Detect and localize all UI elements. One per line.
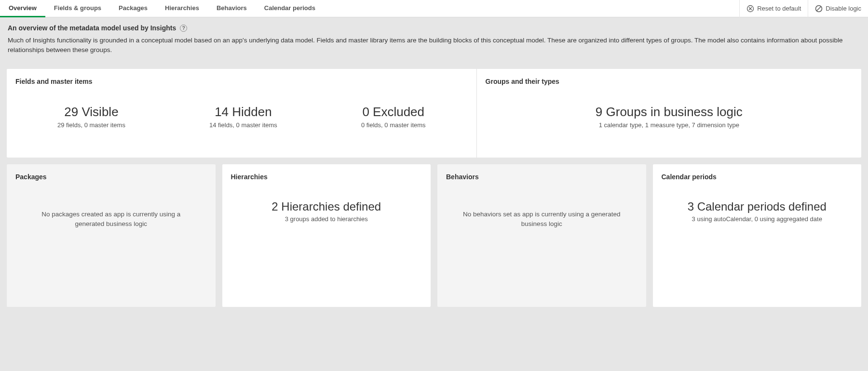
cards-row-1: Fields and master items 29 Visible 29 fi…	[7, 69, 861, 158]
tab-calendar-periods[interactable]: Calendar periods	[256, 0, 324, 17]
metric-value: 0 Excluded	[361, 105, 426, 119]
tab-overview[interactable]: Overview	[0, 0, 45, 17]
metric-value: 3 Calendar periods defined	[662, 200, 853, 213]
card-title: Behaviors	[446, 173, 637, 181]
intro-block: An overview of the metadata model used b…	[7, 24, 861, 55]
tab-fields-groups[interactable]: Fields & groups	[45, 0, 110, 17]
metric-sublabel: 3 using autoCalendar, 0 using aggregated…	[662, 215, 853, 223]
card-title: Fields and master items	[15, 78, 468, 85]
behaviors-card: Behaviors No behaviors set as app is cur…	[437, 164, 646, 307]
disable-logic-button[interactable]: Disable logic	[808, 0, 868, 17]
card-title: Calendar periods	[662, 173, 853, 181]
metric-value: 14 Hidden	[209, 105, 277, 119]
help-icon[interactable]: ?	[180, 25, 187, 32]
intro-title: An overview of the metadata model used b…	[8, 24, 176, 32]
tab-behaviors[interactable]: Behaviors	[208, 0, 256, 17]
intro-description: Much of Insights functionality is ground…	[8, 36, 861, 55]
card-title: Packages	[15, 173, 207, 181]
hidden-metric: 14 Hidden 14 fields, 0 master items	[209, 105, 277, 129]
reset-to-default-button[interactable]: Reset to default	[739, 0, 808, 17]
tabbar: Overview Fields & groups Packages Hierar…	[0, 0, 868, 17]
calendar-periods-card: Calendar periods 3 Calendar periods defi…	[653, 164, 862, 307]
metric-value: 2 Hierarchies defined	[231, 200, 422, 213]
empty-state-text: No packages created as app is currently …	[15, 200, 207, 229]
disable-icon	[815, 5, 823, 13]
toolbar-label: Reset to default	[757, 5, 801, 12]
card-title: Groups and their types	[486, 78, 853, 85]
metric-sublabel: 14 fields, 0 master items	[209, 121, 277, 129]
metric-sublabel: 1 calendar type, 1 measure type, 7 dimen…	[486, 121, 853, 129]
fields-card: Fields and master items 29 Visible 29 fi…	[7, 69, 477, 158]
card-title: Hierarchies	[231, 173, 422, 181]
empty-state-text: No behaviors set as app is currently usi…	[446, 200, 637, 229]
tab-packages[interactable]: Packages	[110, 0, 156, 17]
metric-sublabel: 3 groups added to hierarchies	[231, 215, 422, 223]
cards-row-2: Packages No packages created as app is c…	[7, 164, 861, 307]
metric-sublabel: 0 fields, 0 master items	[361, 121, 426, 129]
metric-sublabel: 29 fields, 0 master items	[57, 121, 125, 129]
visible-metric: 29 Visible 29 fields, 0 master items	[57, 105, 125, 129]
metric-value: 29 Visible	[57, 105, 125, 119]
groups-card: Groups and their types 9 Groups in busin…	[477, 69, 861, 158]
toolbar-label: Disable logic	[826, 5, 861, 12]
metric-value: 9 Groups in business logic	[486, 105, 853, 119]
content: An overview of the metadata model used b…	[0, 17, 868, 314]
tab-hierarchies[interactable]: Hierarchies	[156, 0, 208, 17]
reset-icon	[746, 5, 754, 13]
packages-card: Packages No packages created as app is c…	[7, 164, 216, 307]
hierarchies-card: Hierarchies 2 Hierarchies defined 3 grou…	[222, 164, 431, 307]
svg-line-4	[817, 6, 821, 11]
excluded-metric: 0 Excluded 0 fields, 0 master items	[361, 105, 426, 129]
